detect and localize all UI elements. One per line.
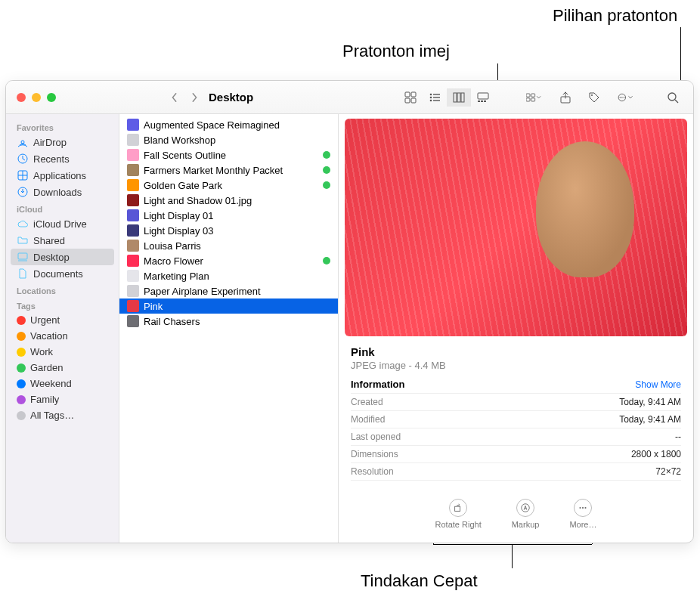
info-row: Resolution72×72 xyxy=(351,463,681,481)
sidebar-tag-item[interactable]: Family xyxy=(6,391,119,407)
action-button[interactable] xyxy=(612,88,640,107)
sidebar-tag-item[interactable]: Garden xyxy=(6,360,119,376)
sidebar-item-label: Applications xyxy=(33,170,86,181)
quick-action-rotate[interactable]: Rotate Right xyxy=(435,499,482,529)
sidebar-item-documents[interactable]: Documents xyxy=(6,265,119,282)
svg-rect-13 xyxy=(478,93,488,99)
file-row[interactable]: Marketing Plan xyxy=(119,268,338,283)
svg-rect-16 xyxy=(484,101,486,102)
cloud-icon xyxy=(17,218,29,230)
svg-rect-5 xyxy=(433,94,440,94)
svg-rect-10 xyxy=(454,93,457,102)
info-row: Dimensions2800 x 1800 xyxy=(351,446,681,463)
zoom-button[interactable] xyxy=(47,93,56,102)
info-row: ModifiedToday, 9:41 AM xyxy=(351,411,681,428)
svg-point-36 xyxy=(580,507,581,509)
share-button[interactable] xyxy=(554,88,577,107)
quick-action-label: Markup xyxy=(512,520,540,529)
sidebar-item-label: Work xyxy=(30,346,53,357)
sidebar-tag-item[interactable]: Work xyxy=(6,344,119,360)
close-button[interactable] xyxy=(17,93,26,102)
svg-rect-1 xyxy=(411,92,416,97)
forward-button[interactable] xyxy=(189,92,200,103)
svg-rect-3 xyxy=(411,98,416,103)
sidebar-item-label: Desktop xyxy=(33,252,70,263)
tag-dot-icon xyxy=(323,151,330,159)
file-row[interactable]: Farmers Market Monthly Packet xyxy=(119,162,338,178)
view-column-button[interactable] xyxy=(447,88,471,107)
tag-dot-icon xyxy=(323,166,330,174)
file-thumbnail-icon xyxy=(127,194,139,206)
tag-color-icon xyxy=(17,363,26,373)
group-button[interactable] xyxy=(519,88,548,107)
minimize-button[interactable] xyxy=(32,93,41,102)
file-row[interactable]: Light Display 03 xyxy=(119,223,338,238)
svg-point-8 xyxy=(430,99,432,101)
quick-action-markup[interactable]: Markup xyxy=(512,499,540,529)
sidebar-heading-icloud: iCloud xyxy=(6,200,119,215)
file-row[interactable]: Macro Flower xyxy=(119,253,338,268)
sidebar-item-applications[interactable]: Applications xyxy=(6,167,119,184)
view-list-button[interactable] xyxy=(423,88,447,107)
back-button[interactable] xyxy=(169,92,180,103)
file-name: Augmented Space Reimagined xyxy=(144,119,280,131)
doc-icon xyxy=(17,268,29,280)
sidebar-item-icloud-drive[interactable]: iCloud Drive xyxy=(6,215,119,232)
file-row[interactable]: Fall Scents Outline xyxy=(119,147,338,162)
show-more-link[interactable]: Show More xyxy=(635,379,681,390)
sidebar-heading-favorites: Favorites xyxy=(6,119,119,134)
file-thumbnail-icon xyxy=(127,300,139,312)
apps-icon xyxy=(17,169,29,181)
sidebar-tag-item[interactable]: All Tags… xyxy=(6,407,119,423)
tag-color-icon xyxy=(17,411,26,420)
svg-rect-7 xyxy=(433,97,440,97)
file-name: Bland Workshop xyxy=(144,135,215,146)
sidebar-item-airdrop[interactable]: AirDrop xyxy=(6,134,119,150)
info-key: Created xyxy=(351,397,383,407)
sidebar-tag-item[interactable]: Urgent xyxy=(6,312,119,328)
file-row[interactable]: Bland Workshop xyxy=(119,132,338,147)
file-thumbnail-icon xyxy=(127,164,139,176)
clock-icon xyxy=(17,153,29,165)
file-name: Louisa Parris xyxy=(144,240,201,252)
info-value: 72×72 xyxy=(655,466,681,477)
info-table: CreatedToday, 9:41 AMModifiedToday, 9:41… xyxy=(351,393,681,481)
file-row[interactable]: Light Display 01 xyxy=(119,208,338,223)
view-gallery-button[interactable] xyxy=(471,88,495,107)
sidebar-tag-item[interactable]: Vacation xyxy=(6,328,119,344)
view-icon-button[interactable] xyxy=(398,88,423,107)
svg-rect-9 xyxy=(433,100,440,101)
file-row[interactable]: Louisa Parris xyxy=(119,238,338,253)
file-row[interactable]: Pink xyxy=(119,298,338,314)
view-switcher xyxy=(398,88,495,107)
quick-action-more[interactable]: More… xyxy=(569,499,596,529)
file-name: Macro Flower xyxy=(144,255,203,267)
sidebar-item-label: Family xyxy=(30,394,59,405)
nav-buttons xyxy=(169,92,200,103)
sidebar-item-recents[interactable]: Recents xyxy=(6,150,119,167)
svg-point-27 xyxy=(668,93,676,101)
tags-button[interactable] xyxy=(583,88,606,107)
file-row[interactable]: Rail Chasers xyxy=(119,314,338,329)
info-value: 2800 x 1800 xyxy=(631,449,681,459)
file-row[interactable]: Augmented Space Reimagined xyxy=(119,117,338,132)
callout-quick-actions: Tindakan Cepat xyxy=(361,571,478,591)
sidebar-item-desktop[interactable]: Desktop xyxy=(11,249,114,265)
quick-action-label: More… xyxy=(569,520,596,529)
info-value: Today, 9:41 AM xyxy=(619,397,681,407)
sidebar-item-label: Vacation xyxy=(30,330,68,342)
tag-color-icon xyxy=(17,395,26,404)
file-row[interactable]: Golden Gate Park xyxy=(119,178,338,193)
file-thumbnail-icon xyxy=(127,240,139,252)
svg-rect-0 xyxy=(405,92,410,97)
file-name: Pink xyxy=(144,301,163,312)
sidebar-item-downloads[interactable]: Downloads xyxy=(6,184,119,200)
sidebar-item-shared[interactable]: Shared xyxy=(6,232,119,249)
search-button[interactable] xyxy=(661,88,684,107)
sidebar-tag-item[interactable]: Weekend xyxy=(6,376,119,391)
file-row[interactable]: Paper Airplane Experiment xyxy=(119,283,338,298)
markup-icon xyxy=(516,499,534,517)
info-key: Modified xyxy=(351,414,385,425)
titlebar: Desktop xyxy=(6,81,693,114)
file-row[interactable]: Light and Shadow 01.jpg xyxy=(119,193,338,208)
